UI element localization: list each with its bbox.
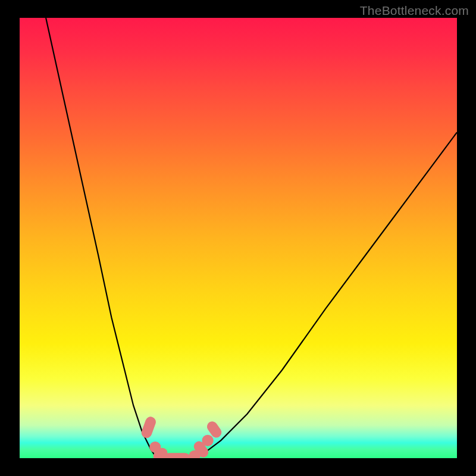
marker-pill — [140, 415, 157, 440]
data-markers — [140, 415, 224, 458]
chart-frame: TheBottleneck.com — [0, 0, 476, 476]
curve-overlay — [20, 18, 457, 458]
marker-pill — [164, 453, 190, 458]
curve-left-branch — [46, 18, 159, 458]
marker-dot — [202, 435, 214, 446]
curve-right-branch — [195, 132, 457, 458]
watermark-text: TheBottleneck.com — [360, 4, 469, 18]
plot-area — [20, 18, 457, 458]
